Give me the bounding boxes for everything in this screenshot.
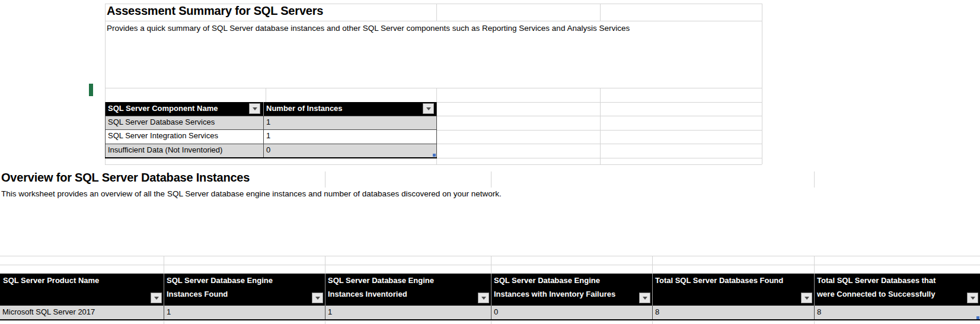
column-header-component-name: SQL Server Component Name <box>108 104 218 113</box>
table-border <box>105 129 437 130</box>
gridline <box>762 4 762 164</box>
column-header-databases-found: Total SQL Server Databases Found <box>655 276 783 285</box>
header-cell-separator <box>263 102 264 116</box>
filter-dropdown-icon <box>643 297 647 300</box>
table-resize-handle[interactable] <box>976 316 979 319</box>
inventory-failures-cell: 0 <box>494 307 498 316</box>
instances-inventoried-cell: 1 <box>328 307 332 316</box>
gridline <box>437 102 762 103</box>
table-border <box>263 116 264 157</box>
header-cell-separator <box>491 274 491 306</box>
gridline <box>437 144 762 144</box>
gridline <box>105 164 762 165</box>
table-border <box>325 306 325 319</box>
filter-button[interactable] <box>478 293 489 303</box>
instance-count-cell: 0 <box>266 145 270 154</box>
gridline <box>164 256 164 274</box>
gridline <box>436 88 437 102</box>
column-header-inventory-failures-line2: Instances with Inventory Failures <box>494 290 615 298</box>
gridline <box>652 256 653 274</box>
component-name-cell: SQL Server Integration Services <box>108 131 218 140</box>
gridline <box>436 158 437 164</box>
header-cell-separator <box>164 274 164 306</box>
gridline <box>437 158 762 158</box>
filter-dropdown-icon <box>481 297 486 300</box>
gridline <box>436 4 437 21</box>
gridline <box>491 256 491 274</box>
gridline <box>105 88 762 88</box>
filter-button[interactable] <box>151 293 162 303</box>
gridline <box>437 116 762 116</box>
gridline <box>491 171 491 188</box>
gridline <box>105 158 106 164</box>
gridline <box>491 321 491 324</box>
column-header-instances-found-line2: Instances Found <box>167 290 228 298</box>
table-border <box>105 144 437 144</box>
column-header-number-of-instances: Number of Instances <box>266 104 343 113</box>
table-border <box>652 306 653 319</box>
gridline <box>325 321 325 324</box>
gridline <box>105 4 106 102</box>
filter-button[interactable] <box>249 103 260 114</box>
filter-dropdown-icon <box>971 297 975 300</box>
table-border <box>491 306 491 319</box>
gridline <box>600 158 601 164</box>
column-header-product-name: SQL Server Product Name <box>3 276 99 285</box>
table-resize-handle[interactable] <box>433 154 436 157</box>
gridline <box>325 256 325 274</box>
column-header-databases-connected-line1: Total SQL Server Databases that <box>817 276 936 285</box>
table-border <box>105 116 437 116</box>
filter-dropdown-icon <box>154 297 159 300</box>
filter-button[interactable] <box>801 293 812 303</box>
header-cell-separator <box>652 274 653 306</box>
instance-count-cell: 1 <box>266 131 270 140</box>
databases-found-cell: 8 <box>655 307 659 316</box>
filter-dropdown-icon <box>253 107 257 110</box>
product-name-cell: Microsoft SQL Server 2017 <box>2 307 95 316</box>
header-cell-separator <box>325 274 325 306</box>
instances-found-cell: 1 <box>167 307 171 316</box>
filter-button[interactable] <box>312 293 323 303</box>
databases-connected-cell: 8 <box>817 307 821 316</box>
column-header-instances-inventoried-line1: SQL Server Database Engine <box>328 276 434 285</box>
filter-button[interactable] <box>423 103 434 114</box>
gridline <box>437 130 762 131</box>
gridline <box>325 171 325 188</box>
section2-title: Overview for SQL Server Database Instanc… <box>1 171 250 185</box>
gridline <box>266 88 266 102</box>
table-border <box>814 306 815 319</box>
section2-description: This worksheet provides an overview of a… <box>1 189 502 198</box>
filter-dropdown-icon <box>805 297 809 300</box>
table-row[interactable] <box>0 306 980 319</box>
section1-title: Assessment Summary for SQL Servers <box>107 4 323 18</box>
gridline <box>652 321 653 324</box>
column-header-inventory-failures-line1: SQL Server Database Engine <box>494 276 600 285</box>
filter-dropdown-icon <box>426 107 431 110</box>
active-cell-marker <box>89 84 93 96</box>
gridline <box>0 265 980 265</box>
filter-button[interactable] <box>639 293 650 303</box>
header-cell-separator <box>814 274 815 306</box>
gridline <box>814 321 815 324</box>
table-border <box>105 157 437 158</box>
table-border <box>0 319 980 320</box>
gridline <box>814 171 815 188</box>
column-header-instances-inventoried-line2: Instances Inventoried <box>328 290 407 298</box>
excel-worksheet: Assessment Summary for SQL Servers Provi… <box>0 0 980 324</box>
column-header-databases-connected-line2: were Connected to Successfully <box>817 290 935 298</box>
gridline <box>0 256 980 256</box>
component-name-cell: SQL Server Database Services <box>108 117 215 126</box>
gridline <box>600 4 601 21</box>
table-border <box>164 306 164 319</box>
filter-button[interactable] <box>967 293 978 303</box>
gridline <box>164 321 164 324</box>
component-name-cell: Insufficient Data (Not Inventoried) <box>108 145 222 154</box>
instance-count-cell: 1 <box>266 117 270 126</box>
column-header-instances-found-line1: SQL Server Database Engine <box>167 276 273 285</box>
gridline <box>105 21 762 21</box>
filter-dropdown-icon <box>315 297 320 300</box>
section1-description: Provides a quick summary of SQL Server d… <box>107 24 630 33</box>
gridline <box>814 256 815 274</box>
gridline <box>600 88 601 158</box>
